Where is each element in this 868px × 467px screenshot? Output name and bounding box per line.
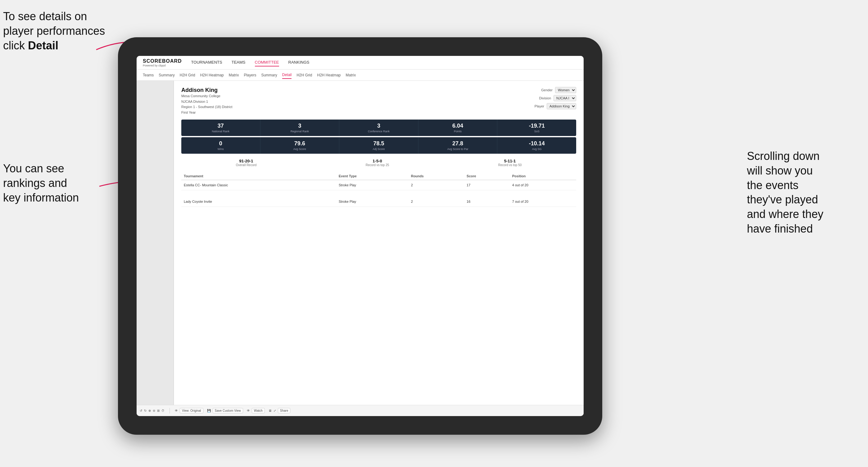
fit-icon[interactable]: ⊞	[157, 409, 160, 412]
division-select[interactable]: NJCAA I	[554, 95, 576, 101]
conference-rank-label: Conference Rank	[342, 130, 416, 133]
record-top25: 1-5-0 Record vs top 25	[366, 159, 389, 167]
toolbar-save: 💾 Save Custom View	[207, 408, 243, 413]
annotation-bottom-left: You can see rankings and key information	[3, 161, 115, 205]
stat-points: 6.04 Points	[418, 120, 498, 136]
cell-rounds: 2	[408, 196, 464, 207]
col-rounds: Rounds	[408, 172, 464, 180]
top25-record-label: Record vs top 25	[366, 163, 389, 167]
stat-avg-sg: -10.14 Avg SG	[497, 137, 576, 154]
zoom-in-icon[interactable]: ⊕	[148, 409, 151, 412]
main-content: Addison King Mesa Community College NJCA…	[136, 81, 584, 405]
subnav-h2h-heatmap[interactable]: H2H Heatmap	[200, 72, 224, 79]
national-rank-label: National Rank	[184, 130, 258, 133]
redo-icon[interactable]: ↻	[144, 409, 147, 412]
overall-record-label: Overall Record	[236, 163, 257, 167]
subnav-summary2[interactable]: Summary	[261, 72, 277, 79]
expand-icon: ⤢	[274, 409, 276, 412]
stat-sos: -19.71 SoS	[497, 120, 576, 136]
table-row: Estella CC- Mountain Classic Stroke Play…	[181, 180, 576, 190]
sidebar	[136, 81, 174, 405]
top50-record-label: Record vs top 50	[498, 163, 522, 167]
subnav-teams[interactable]: Teams	[143, 72, 154, 79]
cell-score: 17	[464, 180, 510, 190]
gender-filter: Gender Women Men	[541, 87, 576, 93]
stats-row-2: 0 Wins 79.6 Avg Score 78.5 Adj Score 27.…	[181, 137, 576, 154]
nav-tournaments[interactable]: TOURNAMENTS	[191, 59, 222, 66]
view-icon: 👁	[175, 409, 178, 412]
logo-title: SCOREBOARD	[143, 58, 182, 64]
gender-label: Gender	[541, 88, 553, 92]
player-division: NJCAA Division 1	[181, 99, 232, 105]
annotation-right: Scrolling down will show you the events …	[747, 149, 865, 236]
nav-teams[interactable]: TEAMS	[231, 59, 246, 66]
subnav-matrix[interactable]: Matrix	[229, 72, 239, 79]
division-label: Division	[539, 96, 551, 100]
avg-sg-value: -10.14	[500, 141, 574, 147]
cell-score: 16	[464, 196, 510, 207]
watch-icon: 👁	[247, 409, 250, 412]
toolbar-history: ↺ ↻ ⊕ ⊖ ⊞ ⏱	[140, 409, 164, 412]
share-btn[interactable]: Share	[278, 408, 290, 413]
cell-rounds: 2	[408, 180, 464, 190]
bottom-toolbar: ↺ ↻ ⊕ ⊖ ⊞ ⏱ 👁 View: Original 💾 Save Cust…	[136, 405, 584, 416]
avg-score-label: Avg Score	[263, 148, 337, 151]
clock-icon[interactable]: ⏱	[161, 409, 164, 412]
stat-regional-rank: 3 Regional Rank	[260, 120, 340, 136]
subnav-h2h-grid[interactable]: H2H Grid	[180, 72, 195, 79]
save-custom-btn[interactable]: Save Custom View	[213, 408, 243, 413]
overall-record-value: 91-20-1	[236, 159, 257, 163]
col-event-type: Event Type	[336, 172, 408, 180]
subnav-players[interactable]: Players	[244, 72, 256, 79]
division-filter: Division NJCAA I	[539, 95, 576, 101]
logo-subtitle: Powered by clippd	[143, 64, 182, 67]
toolbar-share: 🖥 ⤢ Share	[269, 408, 290, 413]
monitor-icon: 🖥	[269, 409, 272, 412]
player-school: Mesa Community College	[181, 93, 232, 99]
player-year: First Year	[181, 110, 232, 116]
toolbar-divider-1	[169, 408, 170, 413]
view-original-btn[interactable]: View: Original	[180, 408, 203, 413]
tablet-screen: SCOREBOARD Powered by clippd TOURNAMENTS…	[136, 56, 584, 416]
points-label: Points	[421, 130, 495, 133]
toolbar-watch: 👁 Watch	[247, 408, 265, 413]
subnav-detail[interactable]: Detail	[282, 71, 292, 79]
conference-rank-value: 3	[342, 123, 416, 129]
content-panel: Addison King Mesa Community College NJCA…	[174, 81, 584, 405]
zoom-out-icon[interactable]: ⊖	[153, 409, 155, 412]
avg-score-par-value: 27.8	[421, 141, 495, 147]
stat-national-rank: 37 National Rank	[181, 120, 260, 136]
cell-event-type: Stroke Play	[336, 196, 408, 207]
save-icon: 💾	[207, 409, 211, 412]
cell-tournament: Lady Coyote Invite	[181, 196, 336, 207]
sos-label: SoS	[500, 130, 574, 133]
subnav-summary[interactable]: Summary	[159, 72, 175, 79]
subnav-h2h-heatmap2[interactable]: H2H Heatmap	[317, 72, 341, 79]
logo: SCOREBOARD Powered by clippd	[143, 58, 182, 67]
player-select[interactable]: Addison King	[547, 103, 576, 109]
nav-rankings[interactable]: RANKINGS	[288, 59, 310, 66]
stat-adj-score: 78.5 Adj Score	[339, 137, 418, 154]
subnav-h2h-grid2[interactable]: H2H Grid	[297, 72, 312, 79]
wins-value: 0	[184, 141, 258, 147]
player-label: Player	[535, 104, 544, 108]
adj-score-label: Adj Score	[342, 148, 416, 151]
player-info: Addison King Mesa Community College NJCA…	[181, 87, 232, 115]
undo-icon[interactable]: ↺	[140, 409, 142, 412]
avg-score-par-label: Avg Score to Par	[421, 148, 495, 151]
watch-btn[interactable]: Watch	[252, 408, 265, 413]
annotation-top-left: To see details on player performances cl…	[3, 9, 108, 53]
subnav-matrix2[interactable]: Matrix	[346, 72, 356, 79]
avg-score-value: 79.6	[263, 141, 337, 147]
gender-select[interactable]: Women Men	[555, 87, 576, 93]
nav-committee[interactable]: COMMITTEE	[255, 59, 279, 66]
regional-rank-label: Regional Rank	[263, 130, 337, 133]
avg-sg-label: Avg SG	[500, 148, 574, 151]
player-region: Region 1 - Southwest (18) District	[181, 104, 232, 110]
sos-value: -19.71	[500, 123, 574, 129]
player-filter: Player Addison King	[535, 103, 576, 109]
top25-record-value: 1-5-0	[366, 159, 389, 163]
col-tournament: Tournament	[181, 172, 336, 180]
tournament-table: Tournament Event Type Rounds Score Posit…	[181, 172, 576, 213]
player-header: Addison King Mesa Community College NJCA…	[181, 87, 576, 115]
